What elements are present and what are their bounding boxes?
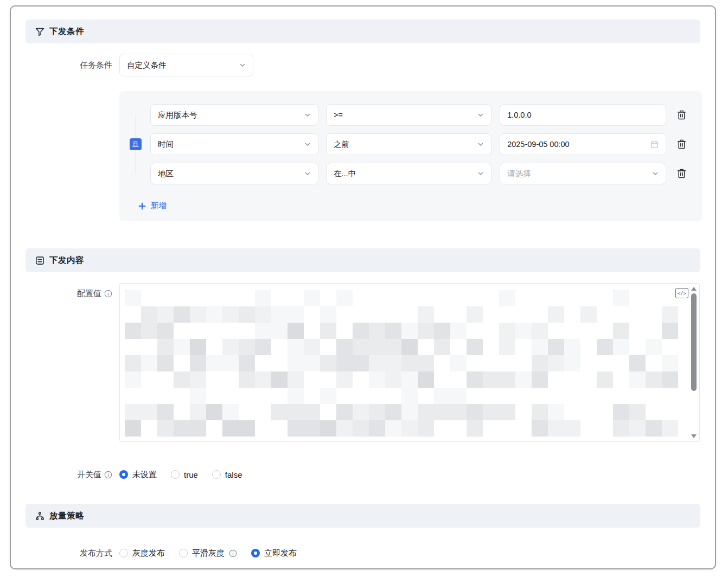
- condition-operator-select[interactable]: 在...中: [326, 163, 491, 184]
- filter-funnel-icon: [35, 27, 44, 36]
- condition-value-select[interactable]: 请选择: [500, 163, 666, 184]
- section-header-strategy: 放量策略: [25, 504, 700, 528]
- chevron-down-icon: [304, 112, 311, 118]
- config-value-label: 配置值: [77, 288, 101, 299]
- task-condition-value: 自定义条件: [127, 60, 167, 70]
- section-title: 下发条件: [49, 26, 84, 37]
- scroll-up-arrow-icon[interactable]: [691, 287, 697, 291]
- radio-unselected-icon[interactable]: [212, 470, 221, 479]
- condition-operator-select[interactable]: 之前: [326, 133, 491, 155]
- sitemap-icon: [35, 511, 44, 521]
- radio-option-smooth-gray[interactable]: 平滑灰度: [179, 548, 237, 559]
- info-icon: [104, 471, 112, 479]
- condition-datetime-input[interactable]: 2025-09-05 00:00: [500, 133, 666, 155]
- chevron-down-icon: [477, 170, 484, 177]
- radio-unselected-icon[interactable]: [171, 470, 180, 479]
- task-condition-label: 任务条件: [25, 60, 112, 70]
- radio-unselected-icon[interactable]: [119, 549, 128, 557]
- condition-group-panel: 且 应用版本号 >= 1.0.0.0 时间: [119, 91, 702, 221]
- condition-row: 时间 之前 2025-09-05 00:00: [150, 133, 688, 155]
- task-condition-select[interactable]: 自定义条件: [119, 54, 253, 76]
- delete-row-button[interactable]: [675, 167, 688, 180]
- settings-card: 下发条件 任务条件 自定义条件 且 应用版本号 >=: [10, 5, 716, 569]
- calendar-icon: [650, 140, 659, 149]
- radio-option-immediate-release[interactable]: 立即发布: [251, 548, 297, 559]
- chevron-down-icon: [239, 62, 246, 68]
- radio-option-gray-release[interactable]: 灰度发布: [119, 548, 165, 559]
- radio-selected-icon[interactable]: [119, 470, 128, 479]
- condition-row: 应用版本号 >= 1.0.0.0: [150, 104, 688, 126]
- info-icon: [104, 290, 112, 298]
- and-operator-badge: 且: [130, 138, 142, 150]
- scroll-down-arrow-icon[interactable]: [691, 434, 697, 438]
- config-value-mosaic: [125, 290, 678, 437]
- radio-option-false[interactable]: false: [212, 470, 242, 479]
- section-header-conditions: 下发条件: [25, 20, 700, 43]
- condition-value-input[interactable]: 1.0.0.0: [500, 104, 666, 126]
- radio-option-unset[interactable]: 未设置: [119, 470, 157, 480]
- section-header-content: 下发内容: [25, 248, 700, 272]
- delete-row-button[interactable]: [675, 108, 688, 121]
- condition-field-select[interactable]: 地区: [150, 163, 318, 184]
- editor-scrollbar[interactable]: [690, 286, 698, 439]
- switch-value-radio-group: 未设置 true false: [119, 467, 700, 482]
- condition-row: 地区 在...中 请选择: [150, 163, 688, 184]
- section-title: 下发内容: [49, 255, 84, 266]
- document-icon: [35, 256, 44, 265]
- radio-selected-icon[interactable]: [251, 549, 260, 557]
- release-method-label: 发布方式: [80, 548, 112, 559]
- chevron-down-icon: [304, 141, 311, 148]
- release-method-radio-group: 灰度发布 平滑灰度 立即发布: [119, 546, 700, 561]
- config-value-editor[interactable]: </>: [119, 283, 700, 442]
- section-title: 放量策略: [49, 510, 84, 522]
- code-editor-toggle-icon[interactable]: </>: [675, 288, 688, 298]
- chevron-down-icon: [477, 112, 484, 118]
- chevron-down-icon: [304, 170, 311, 177]
- condition-field-select[interactable]: 应用版本号: [150, 104, 318, 126]
- chevron-down-icon: [652, 170, 659, 177]
- delete-row-button[interactable]: [675, 138, 688, 151]
- chevron-down-icon: [477, 141, 484, 148]
- switch-value-label: 开关值: [77, 470, 101, 480]
- scrollbar-thumb[interactable]: [691, 293, 697, 391]
- add-condition-button[interactable]: 新增: [138, 201, 167, 211]
- radio-unselected-icon[interactable]: [179, 549, 188, 557]
- condition-field-select[interactable]: 时间: [150, 133, 318, 155]
- info-icon: [229, 549, 237, 557]
- condition-operator-select[interactable]: >=: [326, 104, 491, 126]
- radio-option-true[interactable]: true: [171, 470, 198, 479]
- plus-icon: [138, 202, 146, 210]
